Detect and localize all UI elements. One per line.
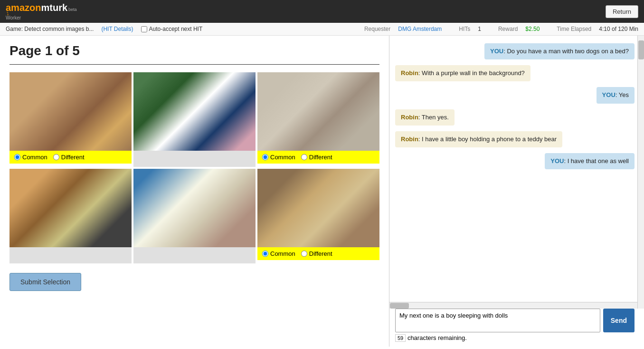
page-title: Page 1 of 5	[9, 43, 379, 58]
right-panel: YOU: Do you have a man with two dogs on …	[389, 36, 644, 347]
image-4	[9, 169, 132, 247]
chat-robin-label-5: Robin	[401, 136, 418, 143]
hits-value: 1	[478, 26, 481, 32]
logo-beta-text: beta	[68, 7, 77, 12]
radio-bar-3[interactable]: Common Different	[257, 151, 379, 164]
main-layout: Page 1 of 5 Common Different	[0, 36, 644, 347]
chat-input-area: My next one is a boy sleeping with dolls…	[389, 304, 644, 347]
different-radio-6[interactable]	[301, 251, 307, 257]
different-text-3: Different	[309, 154, 332, 161]
logo-amazon-text: amazon	[6, 2, 41, 13]
common-text-1: Common	[22, 154, 47, 161]
common-text-3: Common	[270, 154, 295, 161]
send-button[interactable]: Send	[603, 309, 635, 332]
game-label: Game: Detect common images b...	[6, 26, 94, 32]
auto-accept-label: Auto-accept next HIT	[149, 26, 203, 32]
chat-you-label-6: YOU	[550, 157, 564, 165]
divider	[9, 64, 379, 65]
common-label-6[interactable]: Common	[262, 250, 295, 257]
image-1	[9, 72, 132, 151]
time-value: 4:10 of 120 Min	[599, 26, 638, 32]
requester-name: DMG Amsterdam	[398, 26, 442, 32]
chat-robin-label-4: Robin	[401, 114, 418, 121]
chat-text-6: I have that one as well	[568, 157, 629, 165]
chat-input[interactable]: My next one is a boy sleeping with dolls	[395, 309, 600, 332]
radio-bar-6[interactable]: Common Different	[257, 247, 379, 260]
chat-colon-4: :	[418, 114, 422, 121]
common-text-6: Common	[270, 250, 295, 257]
image-cell-1: Common Different	[9, 72, 132, 167]
different-text-6: Different	[309, 250, 332, 257]
requester-label: Requester	[364, 26, 390, 32]
chars-remaining-area: 59 characters remaining.	[395, 334, 635, 342]
chars-count: 59	[395, 334, 406, 342]
no-radio-bar-5	[133, 247, 256, 263]
image-5	[133, 169, 256, 247]
reward-label: Reward	[498, 26, 518, 32]
chat-colon-2: :	[418, 69, 422, 77]
chat-you-label-1: YOU	[490, 48, 503, 55]
image-cell-5	[133, 169, 256, 263]
hits-label: HITs	[459, 26, 470, 32]
different-radio-1[interactable]	[53, 154, 59, 160]
common-label-1[interactable]: Common	[14, 154, 47, 161]
hit-info-bar: Game: Detect common images b... (HIT Det…	[0, 23, 644, 36]
auto-accept-checkbox[interactable]	[141, 26, 147, 32]
time-label: Time Elapsed	[557, 26, 591, 32]
chat-message-3: YOU: Yes	[597, 87, 635, 103]
logo-mturk-text: mturk	[41, 2, 67, 13]
chat-input-row: My next one is a boy sleeping with dolls…	[395, 309, 635, 332]
chat-text-2: With a purple wall in the background?	[422, 69, 525, 77]
different-text-1: Different	[61, 154, 85, 161]
hit-details-link[interactable]: (HIT Details)	[101, 26, 133, 32]
chat-colon-6: :	[564, 157, 567, 165]
chat-text-4: Then yes.	[422, 114, 449, 121]
image-3	[257, 72, 379, 151]
chat-message-4: Robin: Then yes.	[395, 109, 455, 126]
auto-accept-area[interactable]: Auto-accept next HIT	[141, 26, 203, 32]
submit-area: Submit Selection	[9, 273, 379, 291]
chat-message-1: YOU: Do you have a man with two dogs on …	[484, 43, 635, 59]
different-radio-3[interactable]	[301, 154, 307, 160]
amazon-logo: amazon mturk beta ⤵ Worker	[6, 2, 77, 20]
right-scrollbar-y[interactable]	[637, 36, 644, 309]
radio-bar-1[interactable]: Common Different	[9, 151, 132, 164]
image-cell-3: Common Different	[257, 72, 379, 167]
chat-colon-3: :	[616, 91, 619, 98]
different-label-1[interactable]: Different	[53, 154, 85, 161]
different-label-6[interactable]: Different	[301, 250, 332, 257]
chat-scroll-area: YOU: Do you have a man with two dogs on …	[389, 36, 644, 304]
chat-text-5: I have a little boy holding a phone to a…	[422, 136, 557, 143]
common-radio-6[interactable]	[262, 251, 268, 257]
right-scrollbar-x[interactable]	[389, 302, 637, 309]
submit-button[interactable]: Submit Selection	[9, 273, 81, 291]
reward-value: $2.50	[525, 26, 540, 32]
chat-message-2: Robin: With a purple wall in the backgro…	[395, 65, 530, 81]
logo-area: amazon mturk beta ⤵ Worker	[6, 2, 77, 20]
image-grid: Common Different	[9, 72, 379, 263]
image-cell-2	[133, 72, 256, 167]
chat-message-6: YOU: I have that one as well	[545, 153, 635, 169]
image-6	[257, 169, 379, 247]
no-radio-bar-4	[9, 247, 132, 263]
logo-worker: Worker	[6, 15, 21, 20]
chat-text-3: Yes	[619, 91, 629, 98]
chat-message-5: Robin: I have a little boy holding a pho…	[395, 131, 562, 147]
common-radio-1[interactable]	[14, 154, 20, 160]
common-radio-3[interactable]	[262, 154, 268, 160]
left-panel: Page 1 of 5 Common Different	[0, 36, 389, 347]
return-button[interactable]: Return	[606, 5, 638, 18]
chat-you-label-3: YOU	[602, 91, 616, 98]
chat-text-1: Do you have a man with two dogs on a bed…	[507, 48, 629, 55]
chars-label: characters remaining.	[407, 334, 467, 341]
image-2	[133, 72, 256, 151]
chat-colon-5: :	[418, 136, 422, 143]
common-label-3[interactable]: Common	[262, 154, 295, 161]
no-radio-bar-2	[133, 151, 256, 167]
image-cell-6: Common Different	[257, 169, 379, 263]
image-cell-4	[9, 169, 132, 263]
chat-robin-label-2: Robin	[401, 69, 418, 77]
top-navigation: amazon mturk beta ⤵ Worker Return	[0, 0, 644, 23]
different-label-3[interactable]: Different	[301, 154, 332, 161]
